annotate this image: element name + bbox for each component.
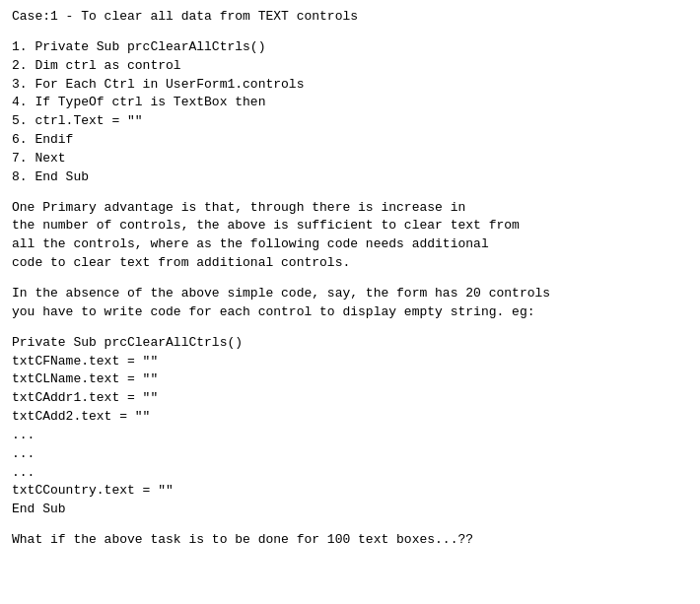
code-block-2: Private Sub prcClearAllCtrls()txtCFName.… (12, 334, 688, 519)
code-line: Private Sub prcClearAllCtrls() (12, 334, 688, 353)
code-line: 7. Next (12, 150, 688, 168)
code-line: 4. If TypeOf ctrl is TextBox then (12, 94, 688, 112)
code-line: 3. For Each Ctrl in UserForm1.controls (12, 76, 688, 95)
code-line: txtCCountry.text = "" (12, 482, 688, 501)
code-line: 5. ctrl.Text = "" (12, 112, 688, 131)
code-line: 8. End Sub (12, 168, 688, 187)
code-line: ... (12, 464, 688, 483)
code-line: txtCLName.text = "" (12, 370, 688, 389)
code-line: txtCAdd2.text = "" (12, 408, 688, 427)
code-line: ... (12, 445, 688, 464)
code-line: 2. Dim ctrl as control (12, 57, 688, 76)
prose-block-3: What if the above task is to be done for… (12, 531, 688, 550)
code-line: End Sub (12, 501, 688, 519)
code-line: 6. Endif (12, 131, 688, 150)
code-line: ... (12, 427, 688, 445)
case-heading: Case:1 - To clear all data from TEXT con… (12, 8, 688, 27)
prose-block-1: One Primary advantage is that, through t… (12, 199, 688, 273)
code-block-1: 1. Private Sub prcClearAllCtrls()2. Dim … (12, 38, 688, 187)
code-line: 1. Private Sub prcClearAllCtrls() (12, 38, 688, 57)
page-container: Case:1 - To clear all data from TEXT con… (12, 8, 688, 550)
code-line: txtCFName.text = "" (12, 353, 688, 371)
prose-block-2: In the absence of the above simple code,… (12, 285, 688, 322)
code-line: txtCAddr1.text = "" (12, 389, 688, 408)
